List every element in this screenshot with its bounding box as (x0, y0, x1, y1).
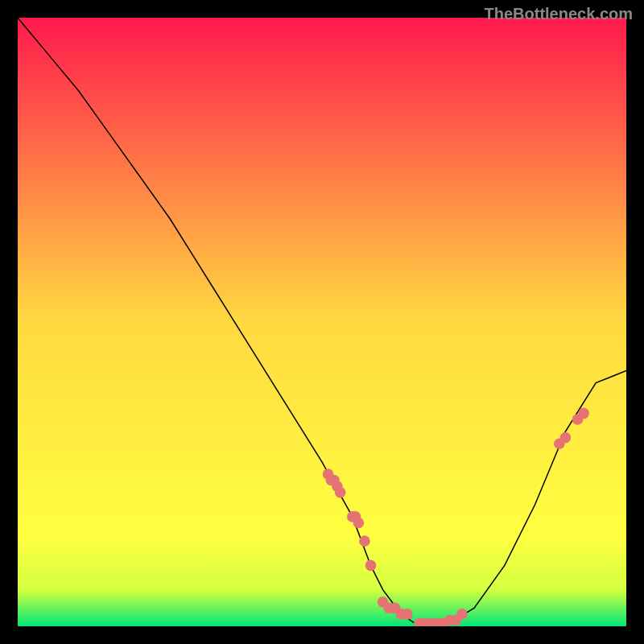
data-point (335, 487, 346, 498)
data-point (578, 408, 589, 419)
data-point (560, 432, 572, 444)
data-point (365, 560, 377, 572)
gradient-background (18, 18, 626, 626)
chart-plot-area (18, 18, 626, 626)
chart-svg (18, 18, 626, 626)
data-point (359, 535, 370, 547)
data-point (353, 518, 365, 529)
data-point (402, 609, 413, 620)
attribution-text: TheBottleneck.com (485, 5, 633, 23)
data-point (456, 609, 468, 620)
